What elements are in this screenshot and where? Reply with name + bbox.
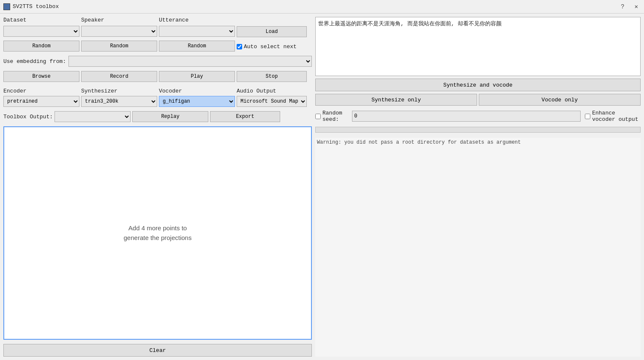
replay-export-row: Replay Export [132, 111, 280, 122]
seed-value-input[interactable] [352, 111, 581, 122]
replay-button[interactable]: Replay [132, 111, 208, 122]
random-utterance-button[interactable]: Random [159, 41, 235, 52]
encoder-select[interactable]: pretrained [3, 96, 79, 107]
help-button[interactable]: ? [618, 1, 627, 12]
toolbox-output-label: Toolbox Output: [3, 114, 53, 120]
speaker-col: Speaker [81, 17, 157, 37]
speaker-label: Speaker [81, 17, 157, 23]
audio-output-label: Audio Output [237, 88, 307, 94]
synthesizer-label: Synthesizer [81, 88, 157, 94]
toolbox-output-row: Toolbox Output: Replay Export [3, 111, 312, 122]
enhance-group: Enhance vocoder output [585, 110, 641, 123]
use-embedding-select[interactable] [68, 56, 312, 67]
enhance-vocoder-label: Enhance vocoder output [592, 110, 641, 123]
load-button[interactable]: Load [237, 26, 307, 37]
dataset-col: Dataset [3, 17, 79, 37]
random-row: Random Random Random Auto select next [3, 41, 312, 52]
audio-output-select[interactable]: Microsoft Sound Mapp [237, 96, 307, 107]
projection-message: Add 4 more points to generate the projec… [124, 224, 192, 243]
toolbox-output-select[interactable] [55, 111, 131, 122]
app-title: SV2TTS toolbox [13, 3, 59, 10]
title-bar-right: ? ✕ [618, 1, 641, 12]
utterance-col: Utterance [159, 17, 235, 37]
close-button[interactable]: ✕ [632, 1, 641, 12]
vocoder-select[interactable]: g_hifigan [159, 96, 235, 107]
left-panel: Dataset Speaker Utterance [3, 17, 312, 357]
projection-canvas: Add 4 more points to generate the projec… [3, 126, 312, 340]
right-panel: 世界上最遥远的距离不是天涯海角, 而是我站在你面前, 却看不见你的容颜 Synt… [315, 17, 641, 357]
dsu-row: Dataset Speaker Utterance [3, 17, 312, 37]
text-input[interactable]: 世界上最遥远的距离不是天涯海角, 而是我站在你面前, 却看不见你的容颜 [315, 17, 641, 76]
app-icon [3, 3, 10, 10]
vocode-only-button[interactable]: Vocode only [479, 94, 641, 106]
models-section: Encoder Synthesizer Vocoder Audio Output… [3, 88, 312, 107]
main-content: Dataset Speaker Utterance [0, 14, 644, 360]
auto-select-label: Auto select next [244, 44, 297, 50]
random-speaker-button[interactable]: Random [81, 41, 157, 52]
seed-row: Random seed: Enhance vocoder output [315, 110, 641, 123]
enhance-vocoder-checkbox[interactable] [585, 114, 590, 119]
synthesize-only-button[interactable]: Synthesize only [315, 94, 477, 106]
title-bar: SV2TTS toolbox ? ✕ [0, 0, 644, 14]
clear-button[interactable]: Clear [3, 344, 312, 357]
progress-bar [315, 127, 641, 133]
auto-select-row: Auto select next [237, 41, 307, 52]
model-labels-row: Encoder Synthesizer Vocoder Audio Output [3, 88, 312, 94]
random-seed-group: Random seed: [315, 110, 348, 123]
title-bar-left: SV2TTS toolbox [3, 3, 59, 10]
use-embedding-row: Use embedding from: [3, 56, 312, 67]
load-col: Load [237, 17, 307, 37]
vocoder-label: Vocoder [159, 88, 235, 94]
dataset-select[interactable] [3, 26, 79, 37]
utterance-label: Utterance [159, 17, 235, 23]
export-button[interactable]: Export [210, 111, 280, 122]
random-dataset-button[interactable]: Random [3, 41, 79, 52]
synth-vocode-row: Synthesize only Vocode only [315, 94, 641, 106]
speaker-select[interactable] [81, 26, 157, 37]
record-button[interactable]: Record [81, 71, 157, 82]
model-selects-row: pretrained train3_200k g_hifigan Microso… [3, 96, 312, 107]
main-window: SV2TTS toolbox ? ✕ Dataset Speaker [0, 0, 644, 360]
browse-button[interactable]: Browse [3, 71, 79, 82]
action-buttons-row: Browse Record Play Stop [3, 71, 312, 82]
synthesize-and-vocode-button[interactable]: Synthesize and vocode [315, 79, 641, 91]
random-seed-label: Random seed: [322, 110, 348, 123]
random-seed-checkbox[interactable] [315, 114, 321, 119]
encoder-label: Encoder [3, 88, 79, 94]
stop-button[interactable]: Stop [237, 71, 307, 82]
synthesizer-select[interactable]: train3_200k [81, 96, 157, 107]
auto-select-checkbox[interactable] [237, 44, 242, 49]
play-button[interactable]: Play [159, 71, 235, 82]
utterance-select[interactable] [159, 26, 235, 37]
use-embedding-label: Use embedding from: [3, 58, 66, 65]
dataset-label: Dataset [3, 17, 79, 23]
warning-text: Warning: you did not pass a root directo… [315, 138, 641, 357]
